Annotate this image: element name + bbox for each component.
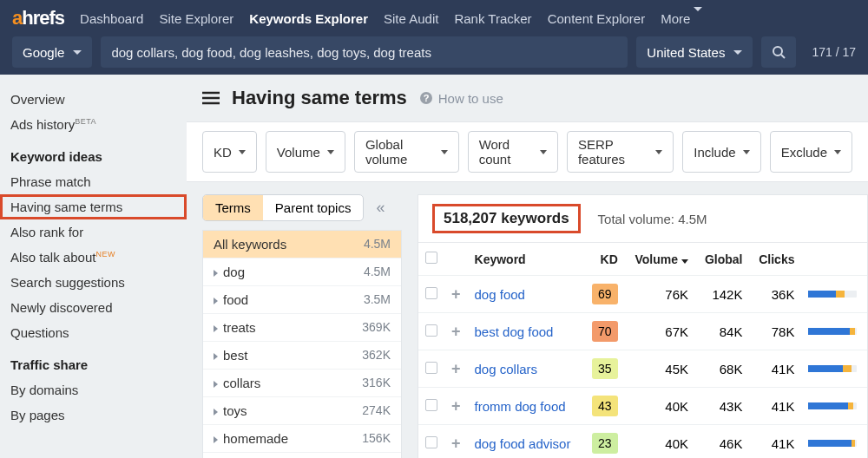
nav-content-explorer[interactable]: Content Explorer — [548, 11, 646, 26]
sidebar-item-overview[interactable]: Overview — [0, 87, 187, 112]
logo[interactable]: ahrefs — [12, 7, 64, 29]
filter-kd[interactable]: KD — [202, 131, 257, 173]
sidebar-item-search-suggestions[interactable]: Search suggestions — [0, 270, 187, 295]
term-row[interactable]: food3.5M — [203, 286, 401, 314]
expand-icon — [214, 436, 218, 443]
clicks-cell: 78K — [749, 313, 801, 350]
result-counter: 171 / 17 — [805, 45, 856, 59]
term-row[interactable]: best362K — [203, 342, 401, 370]
volume-cell: 67K — [625, 313, 695, 350]
keyword-link[interactable]: dog food advisor — [475, 436, 571, 451]
sidebar-item-phrase-match[interactable]: Phrase match — [0, 169, 187, 194]
chevron-down-icon — [441, 150, 448, 154]
country-dropdown[interactable]: United States — [636, 36, 753, 68]
expand-icon[interactable]: + — [451, 360, 461, 377]
term-row[interactable]: blue128K — [203, 453, 401, 458]
col-kd[interactable]: KD — [583, 243, 625, 276]
row-checkbox[interactable] — [425, 436, 437, 448]
tab-parent-topics[interactable]: Parent topics — [263, 195, 364, 220]
nav-dashboard[interactable]: Dashboard — [80, 11, 143, 26]
search-button[interactable] — [761, 36, 796, 68]
sidebar-item-having-same-terms[interactable]: Having same terms — [0, 194, 187, 219]
search-icon — [772, 45, 786, 59]
nav-keywords-explorer[interactable]: Keywords Explorer — [249, 11, 368, 26]
filter-include[interactable]: Include — [682, 131, 760, 173]
sidebar-item-also-rank-for[interactable]: Also rank for — [0, 219, 187, 245]
nav-site-audit[interactable]: Site Audit — [384, 11, 438, 26]
menu-icon[interactable] — [202, 91, 220, 105]
nav-rank-tracker[interactable]: Rank Tracker — [454, 11, 531, 26]
keyword-link[interactable]: dog collars — [475, 362, 538, 376]
term-row[interactable]: toys274K — [203, 397, 401, 425]
chevron-down-icon — [834, 150, 841, 154]
sidebar-heading-traffic-share: Traffic share — [0, 345, 187, 377]
total-volume: Total volume: 4.5M — [598, 212, 707, 226]
row-checkbox[interactable] — [425, 399, 437, 411]
expand-icon[interactable]: + — [451, 397, 461, 415]
chevron-down-icon — [743, 150, 750, 154]
expand-icon[interactable]: + — [451, 285, 461, 303]
sidebar-item-newly-discovered[interactable]: Newly discovered — [0, 295, 187, 320]
term-row[interactable]: homemade156K — [203, 425, 401, 453]
keywords-input[interactable]: dog collars, dog food, dog leashes, dog … — [101, 36, 628, 68]
filter-global-volume[interactable]: Global volume — [354, 131, 459, 173]
chevron-down-icon — [655, 150, 662, 154]
help-icon: ? — [419, 91, 433, 105]
terms-panel: Terms Parent topics « All keywords4.5Mdo… — [202, 194, 402, 458]
sidebar-item-ads-history[interactable]: Ads historyBETA — [0, 112, 187, 137]
filter-word-count[interactable]: Word count — [468, 131, 558, 173]
sidebar-item-by-pages[interactable]: By pages — [0, 402, 187, 428]
expand-icon — [214, 409, 218, 415]
filter-bar: KDVolumeGlobal volumeWord countSERP feat… — [187, 121, 868, 182]
col-keyword[interactable]: Keyword — [468, 243, 583, 276]
filter-exclude[interactable]: Exclude — [770, 131, 852, 173]
filter-volume[interactable]: Volume — [266, 131, 345, 173]
expand-icon — [214, 270, 218, 277]
row-checkbox[interactable] — [425, 362, 437, 374]
tab-terms[interactable]: Terms — [203, 195, 263, 220]
term-row[interactable]: dog4.5M — [203, 258, 401, 286]
clicks-bar — [808, 328, 857, 335]
filter-serp-features[interactable]: SERP features — [567, 131, 674, 173]
col-global[interactable]: Global — [695, 243, 749, 276]
nav-more[interactable]: More — [661, 11, 702, 26]
collapse-icon[interactable]: « — [371, 199, 390, 217]
col-clicks[interactable]: Clicks — [749, 243, 801, 276]
clicks-bar — [808, 291, 857, 298]
global-cell: 68K — [695, 350, 749, 388]
sidebar-item-also-talk-about[interactable]: Also talk aboutNEW — [0, 245, 187, 270]
clicks-bar — [808, 440, 857, 447]
expand-icon — [214, 325, 218, 332]
expand-icon[interactable]: + — [451, 323, 461, 340]
row-checkbox[interactable] — [425, 287, 437, 299]
terms-tabs: Terms Parent topics — [202, 194, 364, 221]
row-checkbox[interactable] — [425, 324, 437, 337]
search-engine-label: Google — [23, 45, 64, 60]
expand-icon — [214, 381, 218, 388]
volume-cell: 40K — [625, 388, 695, 425]
clicks-cell: 41K — [749, 388, 801, 425]
how-to-use-link[interactable]: ? How to use — [419, 91, 503, 106]
select-all-checkbox[interactable] — [425, 252, 437, 264]
sidebar-item-by-domains[interactable]: By domains — [0, 377, 187, 402]
clicks-bar — [808, 402, 857, 409]
col-volume[interactable]: Volume — [625, 243, 695, 276]
table-row: +dog collars3545K68K41K — [418, 350, 867, 388]
keyword-link[interactable]: dog food — [475, 287, 525, 302]
results-panel: 518,207 keywords Total volume: 4.5M Keyw… — [418, 194, 868, 458]
clicks-cell: 36K — [749, 276, 801, 313]
global-cell: 142K — [695, 276, 749, 313]
expand-icon[interactable]: + — [451, 435, 461, 452]
term-row[interactable]: collars316K — [203, 370, 401, 397]
chevron-down-icon — [540, 150, 547, 154]
clicks-cell: 41K — [749, 350, 801, 388]
chevron-down-icon — [239, 150, 246, 154]
search-engine-dropdown[interactable]: Google — [12, 36, 92, 68]
term-row[interactable]: treats369K — [203, 314, 401, 342]
term-row[interactable]: All keywords4.5M — [203, 231, 401, 258]
keyword-link[interactable]: fromm dog food — [475, 399, 566, 414]
keyword-link[interactable]: best dog food — [475, 324, 554, 339]
nav-site-explorer[interactable]: Site Explorer — [159, 11, 233, 26]
sidebar-item-questions[interactable]: Questions — [0, 320, 187, 345]
kd-badge: 35 — [592, 358, 618, 379]
